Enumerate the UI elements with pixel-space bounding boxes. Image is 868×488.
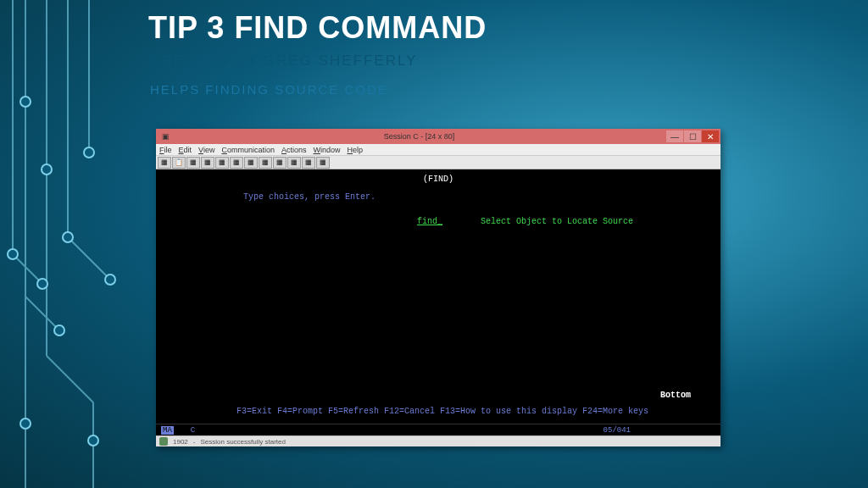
- terminal-window: ▣ Session C - [24 x 80] — ☐ ✕ File Edit …: [156, 129, 721, 446]
- menu-communication[interactable]: Communication: [221, 146, 275, 154]
- window-statusbar: 1902 - Session successfully started: [156, 435, 721, 446]
- slide-title: TIP 3 FIND COMMAND: [148, 10, 487, 46]
- circuit-decoration: [0, 0, 153, 488]
- status-icon: [159, 437, 168, 446]
- toolbar-btn-2[interactable]: 📋: [172, 157, 186, 169]
- toolbar-btn-3[interactable]: ▦: [186, 157, 200, 169]
- terminal-bottom-label: Bottom: [660, 391, 691, 400]
- toolbar-btn-6[interactable]: ▦: [230, 157, 243, 169]
- toolbar-btn-7[interactable]: ▦: [244, 157, 258, 169]
- menu-view[interactable]: View: [198, 146, 214, 154]
- terminal-status-line: MA C 05/041: [156, 424, 721, 435]
- status-cursor-position: 05/041: [604, 426, 631, 435]
- svg-point-12: [63, 232, 73, 242]
- window-titlebar[interactable]: ▣ Session C - [24 x 80] — ☐ ✕: [156, 129, 721, 144]
- svg-line-5: [47, 356, 93, 402]
- status-session: C: [191, 426, 195, 435]
- window-icon: ▣: [158, 132, 173, 141]
- svg-point-14: [8, 249, 18, 259]
- svg-point-17: [88, 435, 98, 446]
- minimize-button[interactable]: —: [666, 130, 683, 142]
- svg-point-10: [20, 97, 31, 107]
- svg-line-8: [68, 237, 110, 280]
- menu-window[interactable]: Window: [313, 146, 340, 154]
- terminal-screen[interactable]: (FIND) Type choices, press Enter. find_ …: [156, 169, 721, 424]
- maximize-button[interactable]: ☐: [684, 130, 701, 142]
- svg-line-9: [13, 254, 42, 284]
- toolbar: ▦ 📋 ▦ ▦ ▦ ▦ ▦ ▦ ▦ ▦ ▦ ▦: [156, 156, 721, 169]
- menu-edit[interactable]: Edit: [179, 146, 192, 154]
- toolbar-btn-9[interactable]: ▦: [273, 157, 287, 169]
- menu-actions[interactable]: Actions: [281, 146, 307, 154]
- svg-point-13: [84, 147, 94, 158]
- menu-file[interactable]: File: [159, 146, 172, 154]
- slide-description: HELPS FINDING SOURCE CODE: [150, 82, 388, 97]
- terminal-header: (FIND): [163, 175, 714, 184]
- terminal-input-field[interactable]: find_: [417, 217, 464, 226]
- status-code: 1902: [173, 438, 188, 446]
- svg-point-11: [42, 164, 52, 175]
- toolbar-btn-5[interactable]: ▦: [215, 157, 229, 169]
- menubar: File Edit View Communication Actions Win…: [156, 144, 721, 156]
- svg-point-16: [54, 325, 64, 336]
- status-mode: MA: [161, 426, 174, 435]
- slide-author: CREATED BY GREG SHEFFERLY: [150, 53, 417, 69]
- svg-point-15: [105, 274, 115, 285]
- window-title: Session C - [24 x 80]: [173, 132, 665, 141]
- terminal-prompt: Type choices, press Enter.: [243, 192, 714, 202]
- terminal-input-description: Select Object to Locate Source: [481, 217, 633, 226]
- svg-line-7: [25, 297, 59, 330]
- toolbar-btn-12[interactable]: ▦: [316, 157, 330, 169]
- svg-point-19: [20, 419, 31, 429]
- close-button[interactable]: ✕: [702, 130, 719, 142]
- toolbar-btn-4[interactable]: ▦: [201, 157, 214, 169]
- terminal-function-keys: F3=Exit F4=Prompt F5=Refresh F12=Cancel …: [236, 406, 712, 417]
- toolbar-btn-1[interactable]: ▦: [158, 157, 171, 169]
- menu-help[interactable]: Help: [347, 146, 363, 154]
- toolbar-btn-8[interactable]: ▦: [259, 157, 272, 169]
- svg-point-18: [37, 279, 47, 289]
- status-message: Session successfully started: [200, 438, 286, 446]
- toolbar-btn-11[interactable]: ▦: [302, 157, 315, 169]
- toolbar-btn-10[interactable]: ▦: [287, 157, 301, 169]
